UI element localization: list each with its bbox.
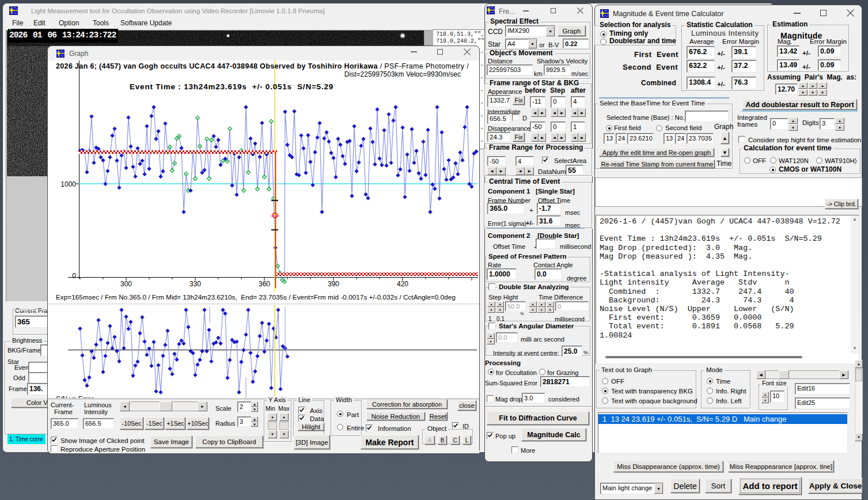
svg-text:300: 300 bbox=[120, 280, 132, 288]
svg-text:330: 330 bbox=[189, 280, 201, 288]
svg-text:Exp=165msec / Frm No.365.0 / F: Exp=165msec / Frm No.365.0 / Frm Mid= 13… bbox=[56, 293, 456, 301]
svg-text:S/N vs Error: S/N vs Error bbox=[56, 395, 93, 398]
svg-text:2026 Jan 6; (4457) van Gogh oc: 2026 Jan 6; (4457) van Gogh occults UCAC… bbox=[56, 62, 469, 70]
svg-text:1000: 1000 bbox=[60, 180, 76, 188]
svg-text:420: 420 bbox=[397, 280, 408, 288]
svg-text:Dist=225997503km Veloc=9930m/s: Dist=225997503km Veloc=9930m/sec bbox=[344, 70, 461, 78]
svg-text:0: 0 bbox=[72, 272, 76, 280]
svg-text:360: 360 bbox=[259, 280, 270, 288]
svg-text:Event Time : 13h24m23.619s +/: Event Time : 13h24m23.619s +/- 0.051s S/… bbox=[130, 82, 333, 91]
svg-text:390: 390 bbox=[328, 280, 339, 288]
